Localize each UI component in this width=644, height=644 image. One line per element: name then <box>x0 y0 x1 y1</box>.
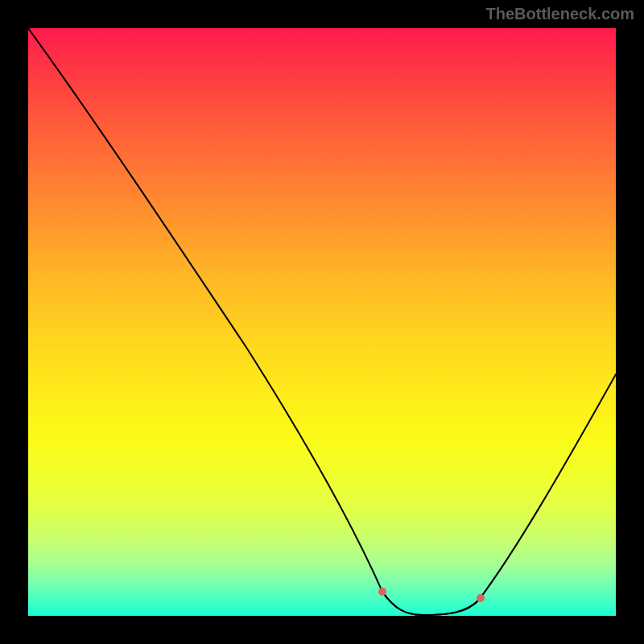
watermark-text: TheBottleneck.com <box>486 5 634 23</box>
optimal-range-end-dot <box>477 594 485 602</box>
optimal-range-start-dot <box>378 588 386 596</box>
bottleneck-curve <box>28 28 616 616</box>
optimal-range-band <box>382 592 481 615</box>
chart-plot-area <box>28 28 616 616</box>
